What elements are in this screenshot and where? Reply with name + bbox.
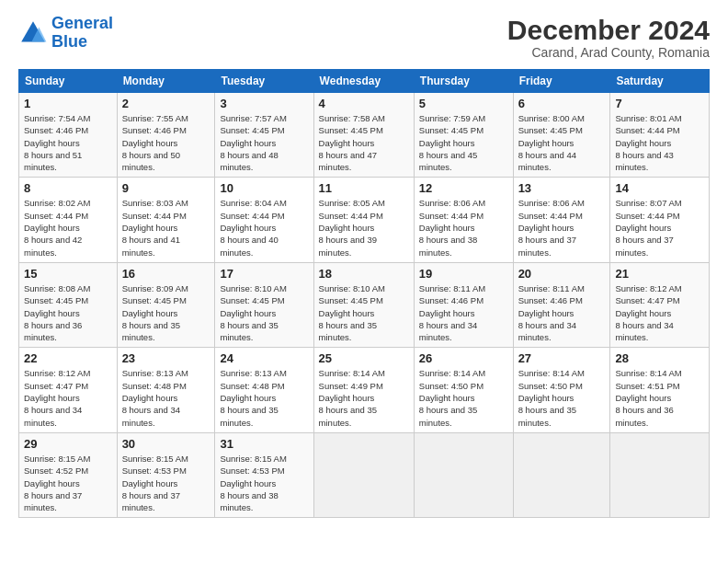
calendar-week-row: 29 Sunrise: 8:15 AM Sunset: 4:52 PM Dayl… bbox=[19, 432, 710, 517]
calendar-cell: 30 Sunrise: 8:15 AM Sunset: 4:53 PM Dayl… bbox=[117, 432, 215, 517]
calendar-cell: 1 Sunrise: 7:54 AM Sunset: 4:46 PM Dayli… bbox=[19, 93, 118, 178]
day-info: Sunrise: 7:57 AM Sunset: 4:45 PM Dayligh… bbox=[220, 112, 308, 173]
calendar-cell: 11 Sunrise: 8:05 AM Sunset: 4:44 PM Dayl… bbox=[313, 178, 414, 262]
logo-icon bbox=[18, 18, 48, 48]
day-number: 16 bbox=[122, 267, 210, 281]
day-number: 2 bbox=[122, 97, 210, 110]
calendar-cell bbox=[313, 432, 414, 517]
calendar-cell: 18 Sunrise: 8:10 AM Sunset: 4:45 PM Dayl… bbox=[313, 262, 414, 347]
calendar-week-row: 22 Sunrise: 8:12 AM Sunset: 4:47 PM Dayl… bbox=[19, 348, 710, 432]
day-number: 20 bbox=[518, 267, 606, 281]
calendar-cell: 20 Sunrise: 8:11 AM Sunset: 4:46 PM Dayl… bbox=[513, 262, 610, 347]
calendar-cell: 10 Sunrise: 8:04 AM Sunset: 4:44 PM Dayl… bbox=[215, 178, 313, 262]
day-info: Sunrise: 8:05 AM Sunset: 4:44 PM Dayligh… bbox=[319, 197, 409, 258]
day-info: Sunrise: 8:10 AM Sunset: 4:45 PM Dayligh… bbox=[319, 282, 409, 343]
calendar-week-row: 8 Sunrise: 8:02 AM Sunset: 4:44 PM Dayli… bbox=[19, 178, 710, 262]
calendar-cell: 13 Sunrise: 8:06 AM Sunset: 4:44 PM Dayl… bbox=[513, 178, 610, 262]
day-info: Sunrise: 8:15 AM Sunset: 4:53 PM Dayligh… bbox=[220, 453, 308, 513]
header: General Blue December 2024 Carand, Arad … bbox=[18, 15, 710, 60]
calendar-cell bbox=[610, 432, 710, 517]
day-number: 9 bbox=[122, 181, 210, 195]
day-number: 3 bbox=[220, 97, 308, 110]
page: General Blue December 2024 Carand, Arad … bbox=[0, 0, 728, 563]
calendar-cell: 5 Sunrise: 7:59 AM Sunset: 4:45 PM Dayli… bbox=[414, 93, 513, 178]
day-info: Sunrise: 8:14 AM Sunset: 4:50 PM Dayligh… bbox=[518, 367, 606, 428]
day-info: Sunrise: 8:14 AM Sunset: 4:50 PM Dayligh… bbox=[419, 367, 508, 428]
day-info: Sunrise: 8:08 AM Sunset: 4:45 PM Dayligh… bbox=[24, 282, 112, 343]
calendar-cell: 27 Sunrise: 8:14 AM Sunset: 4:50 PM Dayl… bbox=[513, 348, 610, 432]
day-number: 17 bbox=[220, 267, 308, 281]
day-info: Sunrise: 8:06 AM Sunset: 4:44 PM Dayligh… bbox=[518, 197, 606, 258]
day-info: Sunrise: 8:12 AM Sunset: 4:47 PM Dayligh… bbox=[615, 282, 704, 343]
calendar-title: December 2024 bbox=[507, 15, 710, 45]
calendar-cell: 15 Sunrise: 8:08 AM Sunset: 4:45 PM Dayl… bbox=[19, 262, 118, 347]
day-info: Sunrise: 8:14 AM Sunset: 4:51 PM Dayligh… bbox=[615, 367, 704, 428]
weekday-header: Wednesday bbox=[313, 70, 414, 93]
calendar-cell: 16 Sunrise: 8:09 AM Sunset: 4:45 PM Dayl… bbox=[117, 262, 215, 347]
weekday-header: Thursday bbox=[414, 70, 513, 93]
day-info: Sunrise: 8:13 AM Sunset: 4:48 PM Dayligh… bbox=[122, 367, 210, 428]
weekday-header: Tuesday bbox=[215, 70, 313, 93]
calendar-cell bbox=[513, 432, 610, 517]
day-number: 14 bbox=[615, 181, 704, 195]
day-number: 30 bbox=[122, 437, 210, 451]
day-number: 6 bbox=[518, 97, 606, 110]
day-info: Sunrise: 8:14 AM Sunset: 4:49 PM Dayligh… bbox=[319, 367, 409, 428]
day-info: Sunrise: 8:15 AM Sunset: 4:53 PM Dayligh… bbox=[122, 453, 210, 513]
logo-general: General bbox=[51, 14, 113, 32]
calendar-cell: 9 Sunrise: 8:03 AM Sunset: 4:44 PM Dayli… bbox=[117, 178, 215, 262]
day-number: 21 bbox=[615, 267, 704, 281]
day-number: 25 bbox=[319, 351, 409, 365]
day-info: Sunrise: 8:07 AM Sunset: 4:44 PM Dayligh… bbox=[615, 197, 704, 258]
day-number: 4 bbox=[319, 97, 409, 110]
day-number: 11 bbox=[319, 181, 409, 195]
calendar-cell: 4 Sunrise: 7:58 AM Sunset: 4:45 PM Dayli… bbox=[313, 93, 414, 178]
day-info: Sunrise: 7:59 AM Sunset: 4:45 PM Dayligh… bbox=[419, 112, 508, 173]
calendar-cell: 7 Sunrise: 8:01 AM Sunset: 4:44 PM Dayli… bbox=[610, 93, 710, 178]
day-info: Sunrise: 8:11 AM Sunset: 4:46 PM Dayligh… bbox=[419, 282, 508, 343]
calendar-week-row: 1 Sunrise: 7:54 AM Sunset: 4:46 PM Dayli… bbox=[19, 93, 710, 178]
calendar-cell bbox=[414, 432, 513, 517]
calendar-cell: 22 Sunrise: 8:12 AM Sunset: 4:47 PM Dayl… bbox=[19, 348, 118, 432]
day-number: 27 bbox=[518, 351, 606, 365]
day-number: 22 bbox=[24, 351, 112, 365]
calendar-cell: 31 Sunrise: 8:15 AM Sunset: 4:53 PM Dayl… bbox=[215, 432, 313, 517]
weekday-header: Saturday bbox=[610, 70, 710, 93]
day-info: Sunrise: 7:58 AM Sunset: 4:45 PM Dayligh… bbox=[319, 112, 409, 173]
calendar-cell: 29 Sunrise: 8:15 AM Sunset: 4:52 PM Dayl… bbox=[19, 432, 118, 517]
day-info: Sunrise: 7:54 AM Sunset: 4:46 PM Dayligh… bbox=[24, 112, 112, 173]
calendar-cell: 26 Sunrise: 8:14 AM Sunset: 4:50 PM Dayl… bbox=[414, 348, 513, 432]
day-number: 15 bbox=[24, 267, 112, 281]
day-info: Sunrise: 8:15 AM Sunset: 4:52 PM Dayligh… bbox=[24, 453, 112, 513]
calendar-header-row: SundayMondayTuesdayWednesdayThursdayFrid… bbox=[19, 70, 710, 93]
calendar-cell: 2 Sunrise: 7:55 AM Sunset: 4:46 PM Dayli… bbox=[117, 93, 215, 178]
day-number: 26 bbox=[419, 351, 508, 365]
calendar-cell: 8 Sunrise: 8:02 AM Sunset: 4:44 PM Dayli… bbox=[19, 178, 118, 262]
calendar-cell: 21 Sunrise: 8:12 AM Sunset: 4:47 PM Dayl… bbox=[610, 262, 710, 347]
day-number: 28 bbox=[615, 351, 704, 365]
calendar-cell: 25 Sunrise: 8:14 AM Sunset: 4:49 PM Dayl… bbox=[313, 348, 414, 432]
weekday-header: Monday bbox=[117, 70, 215, 93]
day-info: Sunrise: 8:01 AM Sunset: 4:44 PM Dayligh… bbox=[615, 112, 704, 173]
day-number: 10 bbox=[220, 181, 308, 195]
day-info: Sunrise: 8:10 AM Sunset: 4:45 PM Dayligh… bbox=[220, 282, 308, 343]
day-info: Sunrise: 8:06 AM Sunset: 4:44 PM Dayligh… bbox=[419, 197, 508, 258]
day-number: 7 bbox=[615, 97, 704, 110]
calendar-cell: 19 Sunrise: 8:11 AM Sunset: 4:46 PM Dayl… bbox=[414, 262, 513, 347]
logo: General Blue bbox=[18, 15, 113, 52]
day-number: 23 bbox=[122, 351, 210, 365]
calendar-table: SundayMondayTuesdayWednesdayThursdayFrid… bbox=[18, 69, 710, 518]
calendar-cell: 6 Sunrise: 8:00 AM Sunset: 4:45 PM Dayli… bbox=[513, 93, 610, 178]
calendar-cell: 14 Sunrise: 8:07 AM Sunset: 4:44 PM Dayl… bbox=[610, 178, 710, 262]
day-info: Sunrise: 8:13 AM Sunset: 4:48 PM Dayligh… bbox=[220, 367, 308, 428]
day-number: 24 bbox=[220, 351, 308, 365]
day-number: 12 bbox=[419, 181, 508, 195]
logo-blue: Blue bbox=[51, 32, 87, 51]
day-info: Sunrise: 8:00 AM Sunset: 4:45 PM Dayligh… bbox=[518, 112, 606, 173]
day-info: Sunrise: 8:03 AM Sunset: 4:44 PM Dayligh… bbox=[122, 197, 210, 258]
day-number: 5 bbox=[419, 97, 508, 110]
title-block: December 2024 Carand, Arad County, Roman… bbox=[507, 15, 710, 60]
day-number: 8 bbox=[24, 181, 112, 195]
calendar-cell: 3 Sunrise: 7:57 AM Sunset: 4:45 PM Dayli… bbox=[215, 93, 313, 178]
weekday-header: Friday bbox=[513, 70, 610, 93]
